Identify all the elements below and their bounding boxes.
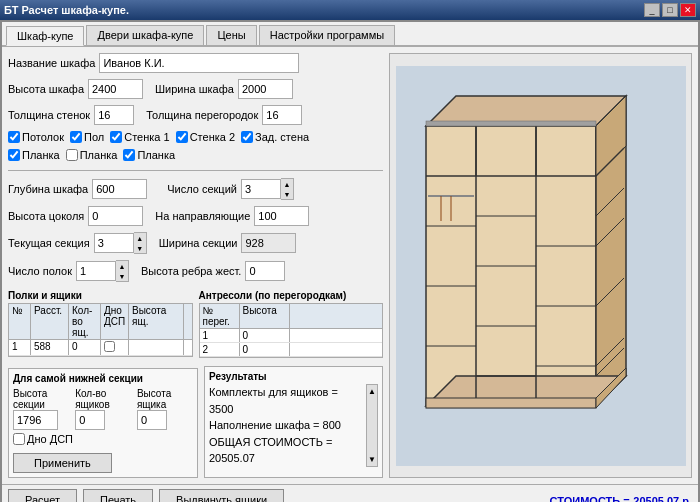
vysota-input[interactable] — [88, 79, 143, 99]
vysota-row: Высота шкафа Ширина шкафа — [8, 79, 383, 99]
chislo-polok-down[interactable]: ▼ — [116, 271, 128, 281]
results-content: Комплекты для ящиков = 3500 Наполнение ш… — [209, 384, 378, 467]
kol-yash-input[interactable] — [75, 410, 105, 430]
maximize-button[interactable]: □ — [662, 3, 678, 17]
vysota-rebra-input[interactable] — [245, 261, 285, 281]
dno-dsp-row: Дно ДСП — [13, 433, 193, 445]
vysota-tsok-label: Высота цоколя — [8, 210, 84, 222]
lower-section: Для самой нижней секции Высота секции Ко… — [8, 368, 198, 478]
dno-dsp-cb[interactable]: Дно ДСП — [13, 433, 193, 445]
cb-planka1-label: Планка — [22, 149, 60, 161]
col-dno-header: Дно ДСП — [101, 304, 129, 339]
cost-label: СТОИМОСТЬ = — [550, 495, 630, 503]
na-naprav-input[interactable] — [254, 206, 309, 226]
cb-planka2-label: Планка — [80, 149, 118, 161]
results-section: Результаты Комплекты для ящиков = 3500 Н… — [204, 366, 383, 478]
lower-section-label: Для самой нижней секции — [13, 373, 193, 384]
main-window: Шкаф-купе Двери шкафа-купе Цены Настройк… — [0, 20, 700, 502]
tab-nastroyki[interactable]: Настройки программы — [259, 25, 395, 45]
checkboxes-row1: Потолок Пол Стенка 1 Стенка 2 Зад. стена — [8, 131, 383, 143]
results-scrollbar[interactable]: ▲ ▼ — [366, 384, 378, 467]
vys-sec-lbl: Высота секции — [13, 388, 71, 410]
bottom-section: Для самой нижней секции Высота секции Ко… — [8, 366, 383, 478]
tek-sec-row: Текущая секция ▲ ▼ Ширина секции — [8, 232, 383, 254]
nazvanie-input[interactable] — [99, 53, 299, 73]
apply-button[interactable]: Применить — [13, 453, 112, 473]
cb-planka2[interactable]: Планка — [66, 149, 118, 161]
shirina-input[interactable] — [238, 79, 293, 99]
chislo-sec-input[interactable] — [241, 179, 281, 199]
scroll-up-icon: ▲ — [368, 387, 376, 396]
polki-label: Полки и ящики — [8, 290, 193, 301]
vys-sec-col: Высота секции — [13, 388, 71, 430]
tek-sec-up[interactable]: ▲ — [134, 233, 146, 243]
tek-sec-spin-btns: ▲ ▼ — [134, 232, 147, 254]
minimize-button[interactable]: _ — [644, 3, 660, 17]
tolsh-sten-input[interactable] — [94, 105, 134, 125]
svg-rect-30 — [426, 121, 596, 126]
vydvinut-button[interactable]: Выдвинуть ящики — [159, 489, 284, 502]
cb-pol-label: Пол — [84, 131, 104, 143]
chislo-polok-input[interactable] — [76, 261, 116, 281]
chislo-polok-label: Число полок — [8, 265, 72, 277]
tolsh-per-input[interactable] — [262, 105, 302, 125]
title-bar: БТ Расчет шкафа-купе. _ □ ✕ — [0, 0, 700, 20]
wardrobe-3d-panel — [389, 53, 692, 478]
chislo-sec-down[interactable]: ▼ — [281, 189, 293, 199]
tab-dveri[interactable]: Двери шкафа-купе — [86, 25, 204, 45]
na-naprav-label: На направляющие — [155, 210, 250, 222]
pechat-button[interactable]: Печать — [83, 489, 153, 502]
vys-yash-input[interactable] — [137, 410, 167, 430]
shirina-label: Ширина шкафа — [155, 83, 234, 95]
tab-shkaf-kupe[interactable]: Шкаф-купе — [6, 26, 84, 46]
shirina-sec-label: Ширина секции — [159, 237, 238, 249]
polok-row: Число полок ▲ ▼ Высота ребра жест. — [8, 260, 383, 282]
cb-potolok[interactable]: Потолок — [8, 131, 64, 143]
antresol-col-no: № перег. — [200, 304, 240, 328]
cb-stenka1[interactable]: Стенка 1 — [110, 131, 169, 143]
cb-stenka2[interactable]: Стенка 2 — [176, 131, 235, 143]
raschet-button[interactable]: Расчет — [8, 489, 77, 502]
title-buttons: _ □ ✕ — [644, 3, 696, 17]
tek-sec-down[interactable]: ▼ — [134, 243, 146, 253]
tolsh-per-label: Толщина перегородок — [146, 109, 258, 121]
results-label: Результаты — [209, 371, 378, 382]
nazvanie-row: Название шкафа — [8, 53, 383, 73]
tek-sec-input[interactable] — [94, 233, 134, 253]
cost-display: СТОИМОСТЬ = 20505.07 р. — [550, 493, 692, 503]
glubina-input[interactable] — [92, 179, 147, 199]
col-vys-header: Высота ящ. — [129, 304, 184, 339]
dno-dsp-check[interactable] — [104, 341, 115, 352]
tsok-row: Высота цоколя На направляющие — [8, 206, 383, 226]
nazvanie-label: Название шкафа — [8, 57, 95, 69]
results-line1: Комплекты для ящиков = 3500 — [209, 384, 364, 417]
antresol-col-val: Высота — [240, 304, 290, 328]
results-text: Комплекты для ящиков = 3500 Наполнение ш… — [209, 384, 364, 467]
lower-row1: Высота секции Кол-во ящиков Высота ящика — [13, 388, 193, 430]
cb-pol[interactable]: Пол — [70, 131, 104, 143]
polki-row-1: 1 588 0 — [9, 340, 192, 356]
cb-zad-stena[interactable]: Зад. стена — [241, 131, 309, 143]
chislo-polok-spinbox: ▲ ▼ — [76, 260, 129, 282]
cb-planka1[interactable]: Планка — [8, 149, 60, 161]
close-button[interactable]: ✕ — [680, 3, 696, 17]
chislo-sec-label: Число секций — [167, 183, 237, 195]
chislo-sec-up[interactable]: ▲ — [281, 179, 293, 189]
chislo-sec-spinbox: ▲ ▼ — [241, 178, 294, 200]
results-total: 20505.07 — [209, 450, 364, 467]
chislo-polok-spin-btns: ▲ ▼ — [116, 260, 129, 282]
cb-stenka1-label: Стенка 1 — [124, 131, 169, 143]
col-no-header: № — [9, 304, 31, 339]
cb-planka3-label: Планка — [137, 149, 175, 161]
dno-dsp-checkbox[interactable] — [13, 433, 25, 445]
divider1 — [8, 170, 383, 171]
cb-planka3[interactable]: Планка — [123, 149, 175, 161]
tab-ceny[interactable]: Цены — [206, 25, 256, 45]
glubina-label: Глубина шкафа — [8, 183, 88, 195]
antresol-table: № перег. Высота 1 0 2 0 — [199, 303, 384, 358]
cb-potolok-label: Потолок — [22, 131, 64, 143]
chislo-polok-up[interactable]: ▲ — [116, 261, 128, 271]
shirina-sec-input — [241, 233, 296, 253]
vysota-tsok-input[interactable] — [88, 206, 143, 226]
obsh-label: ОБЩАЯ СТОИМОСТЬ = — [209, 436, 332, 448]
